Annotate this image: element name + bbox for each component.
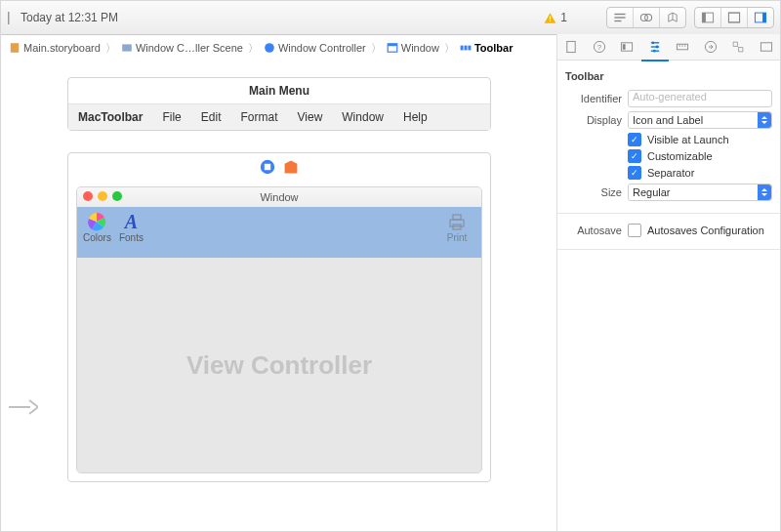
main-menu-placeholder[interactable]: Main Menu MacToolbar File Edit Format Vi… [67, 77, 491, 131]
menu-item-file[interactable]: File [152, 110, 190, 124]
segue-arrow-in-icon [9, 395, 38, 419]
autosave-checkbox[interactable] [628, 224, 641, 237]
file-inspector-tab[interactable] [557, 34, 586, 60]
connections-inspector-tab[interactable] [697, 34, 725, 60]
svg-rect-19 [461, 46, 464, 51]
svg-rect-21 [468, 46, 471, 51]
toolbar-item-print[interactable]: Print [446, 211, 468, 243]
size-popup[interactable]: Regular [628, 184, 772, 201]
toolbar-item-fonts[interactable]: A Fonts [119, 211, 144, 243]
attributes-inspector: ? Toolbar Identifier Auto-generated Disp… [556, 34, 780, 531]
svg-rect-8 [702, 13, 706, 22]
help-icon: ? [593, 40, 606, 54]
content-view: View Controller [77, 258, 481, 472]
menu-item-edit[interactable]: Edit [191, 110, 231, 124]
toolbar-row-icon [460, 42, 472, 54]
traffic-lights [83, 191, 122, 201]
visible-at-launch-checkbox[interactable]: Visible at Launch [628, 133, 780, 146]
window-controller-icon [264, 42, 275, 54]
ruler-icon [676, 40, 689, 54]
autosave-label: Autosave [557, 225, 628, 236]
customizable-checkbox[interactable]: Customizable [628, 149, 780, 163]
svg-text:?: ? [597, 43, 601, 52]
bindings-icon [731, 40, 745, 54]
svg-rect-23 [265, 164, 270, 170]
app-toolbar: ǀ Today at 12:31 PM 1 [1, 1, 780, 35]
identifier-label: Identifier [557, 93, 628, 104]
crumb-scene[interactable]: Window C…ller Scene [117, 42, 247, 54]
window-icon [387, 42, 398, 54]
crumb-window-controller[interactable]: Window Controller [260, 42, 370, 54]
svg-rect-2 [614, 14, 625, 15]
window-title: Window [260, 191, 298, 203]
svg-rect-1 [550, 20, 551, 20]
section-title: Toolbar [557, 66, 780, 86]
identifier-field[interactable]: Auto-generated [628, 90, 772, 107]
crumb-window[interactable]: Window [383, 42, 443, 54]
status-text: Today at 12:31 PM [21, 11, 118, 24]
menu-item-app[interactable]: MacToolbar [68, 110, 152, 124]
bindings-inspector-tab[interactable] [724, 34, 753, 60]
svg-rect-14 [11, 43, 19, 53]
interface-builder-canvas[interactable]: Main Menu MacToolbar File Edit Format Vi… [1, 60, 557, 531]
arrow-right-circle-icon [704, 40, 718, 54]
crumb-toolbar[interactable]: Toolbar [456, 42, 517, 54]
svg-point-16 [265, 43, 274, 53]
separator-checkbox[interactable]: Separator [628, 166, 780, 180]
warning-count: 1 [560, 11, 567, 24]
svg-rect-26 [453, 215, 461, 220]
left-panel-toggle-icon[interactable] [695, 8, 721, 27]
window-controller-placeholder[interactable]: Window Colors A [67, 152, 491, 482]
window-titlebar: Window [77, 187, 481, 207]
exit-icon[interactable] [283, 159, 299, 175]
nswindow-preview[interactable]: Window Colors A [76, 186, 482, 473]
svg-line-47 [738, 46, 739, 47]
assistant-editor-icon[interactable] [634, 8, 660, 27]
first-responder-icon[interactable] [260, 159, 275, 175]
svg-point-35 [651, 41, 654, 44]
svg-rect-3 [614, 17, 625, 18]
svg-rect-20 [464, 46, 467, 51]
fonts-a-icon: A [120, 211, 142, 232]
display-label: Display [557, 114, 628, 126]
effects-inspector-tab[interactable] [753, 34, 781, 60]
menu-item-window[interactable]: Window [332, 110, 393, 124]
menu-item-view[interactable]: View [288, 110, 333, 124]
id-icon [620, 40, 634, 54]
inspector-tabs[interactable]: ? [557, 34, 780, 61]
menu-item-help[interactable]: Help [393, 110, 437, 124]
size-inspector-tab[interactable] [669, 34, 697, 60]
version-editor-icon[interactable] [660, 8, 685, 27]
attributes-inspector-tab[interactable] [641, 34, 670, 61]
right-panel-toggle-icon[interactable] [748, 8, 773, 27]
printer-icon [447, 212, 467, 231]
close-dot-icon [83, 191, 93, 201]
menu-items: MacToolbar File Edit Format View Window … [68, 104, 490, 130]
svg-rect-33 [623, 44, 626, 50]
svg-rect-25 [450, 220, 464, 226]
file-icon [9, 42, 21, 54]
menu-item-format[interactable]: Format [230, 110, 287, 124]
panel-visibility-segmented[interactable] [694, 7, 774, 28]
toolbar-item-colors[interactable]: Colors [83, 211, 111, 243]
identity-inspector-tab[interactable] [613, 34, 641, 60]
svg-point-6 [645, 15, 652, 21]
size-label: Size [557, 186, 628, 198]
svg-rect-13 [762, 13, 766, 22]
warning-triangle-icon [544, 12, 556, 24]
nstoolbar[interactable]: Colors A Fonts Print [77, 207, 481, 258]
issues-indicator[interactable]: 1 [544, 11, 567, 24]
view-controller-label: View Controller [186, 350, 372, 381]
editor-mode-segmented[interactable] [606, 7, 686, 28]
display-popup[interactable]: Icon and Label [628, 111, 772, 129]
bottom-panel-toggle-icon[interactable] [721, 8, 748, 27]
svg-rect-18 [388, 44, 397, 46]
standard-editor-icon[interactable] [607, 8, 634, 27]
popup-arrows-icon [758, 184, 771, 200]
doc-icon [564, 40, 578, 54]
quick-help-tab[interactable]: ? [586, 34, 614, 60]
crumb-storyboard[interactable]: Main.storyboard [5, 42, 104, 54]
svg-rect-4 [614, 20, 621, 21]
svg-point-39 [653, 49, 656, 52]
popup-arrows-icon [758, 112, 771, 128]
